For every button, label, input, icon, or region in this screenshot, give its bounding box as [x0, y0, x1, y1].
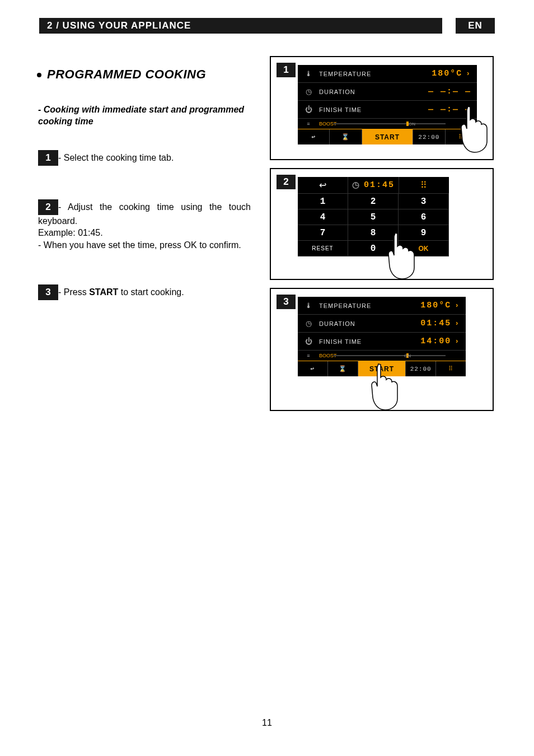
key-9[interactable]: 9: [399, 225, 449, 241]
row-duration[interactable]: ◷ DURATION — —:— —: [298, 83, 477, 101]
row-boost[interactable]: ≡ BOOST ON: [298, 119, 477, 129]
step-2-line1: - Adjust the cooking time using the touc…: [38, 202, 251, 226]
page-header: 2 / USING YOUR APPLIANCE: [39, 18, 442, 34]
keypad-time-display: ◷01:45: [348, 177, 399, 193]
grid-button-3[interactable]: ⠿: [436, 361, 466, 376]
step-2: 2- Adjust the cooking time using the tou…: [38, 199, 251, 251]
key-4[interactable]: 4: [298, 209, 348, 225]
key-ok[interactable]: OK: [399, 241, 449, 256]
step-1-text: - Select the cooking time tab.: [58, 153, 174, 162]
chevron-right-icon: ›: [466, 69, 471, 78]
step-3-post: to start cooking.: [118, 287, 184, 297]
subsection-heading: - Cooking with immediate start and progr…: [38, 104, 251, 128]
boost-slider-3[interactable]: [334, 355, 446, 356]
key-6[interactable]: 6: [399, 209, 449, 225]
finish-value: — —:— —: [428, 105, 471, 114]
power-icon: ⏻: [303, 337, 313, 346]
keypad-grid-button[interactable]: ⠿: [399, 177, 449, 193]
chevron-right-icon: ›: [455, 319, 460, 328]
power-icon: ⏻: [303, 105, 313, 114]
bullet-icon: [37, 73, 41, 77]
key-0[interactable]: 0: [348, 241, 399, 256]
step-badge-1: 1: [38, 150, 58, 166]
key-5[interactable]: 5: [348, 209, 399, 225]
boost-slider[interactable]: [334, 123, 446, 124]
step-badge-3: 3: [38, 284, 58, 300]
panel-3: 3 🌡 TEMPERATURE 180°C› ◷ DURATION 01:45›…: [270, 288, 494, 411]
instructions-column: PROGRAMMED COOKING - Cooking with immedi…: [38, 56, 251, 419]
panel-3-badge: 3: [277, 295, 296, 309]
finish-value-3: 14:00›: [420, 337, 460, 346]
back-button[interactable]: ↩: [298, 129, 330, 144]
clock-icon: ◷: [303, 87, 313, 96]
row-duration-3[interactable]: ◷ DURATION 01:45›: [298, 315, 466, 333]
chevron-right-icon: ›: [455, 301, 460, 310]
step-3-pre: - Press: [58, 287, 89, 297]
illustrations-column: 1 🌡 TEMPERATURE 180°C› ◷ DURATION — —:— …: [270, 56, 494, 419]
panel-2: 2 ↩ ◷01:45 ⠿ 1 2 3 4 5 6 7 8 9: [270, 168, 494, 280]
panel-2-badge: 2: [277, 175, 296, 189]
duration-value: — —:— —: [428, 87, 471, 96]
clock-icon: ◷: [352, 180, 360, 190]
chevron-right-icon: ›: [455, 337, 460, 346]
screen-3: 🌡 TEMPERATURE 180°C› ◷ DURATION 01:45› ⏻…: [298, 297, 466, 376]
key-7[interactable]: 7: [298, 225, 348, 241]
key-3[interactable]: 3: [399, 194, 449, 209]
row-temperature-3[interactable]: 🌡 TEMPERATURE 180°C›: [298, 297, 466, 315]
start-button-3[interactable]: START: [358, 361, 406, 376]
clock-display-3: 22:00: [406, 361, 436, 376]
start-button[interactable]: START: [362, 129, 413, 144]
step-3-bold: START: [89, 287, 118, 297]
temperature-value-3: 180°C›: [420, 301, 460, 310]
language-badge: EN: [456, 18, 495, 34]
page-number: 11: [0, 718, 534, 728]
keypad-back[interactable]: ↩: [298, 177, 348, 193]
key-8[interactable]: 8: [348, 225, 399, 241]
thermometer-icon: 🌡: [303, 69, 313, 78]
header-title: 2 / USING YOUR APPLIANCE: [47, 20, 191, 31]
step-3: 3- Press START to start cooking.: [38, 284, 251, 300]
grid-button[interactable]: ⠿: [446, 129, 477, 144]
timer-button-3[interactable]: ⌛: [328, 361, 358, 376]
row-finish-3[interactable]: ⏻ FINISH TIME 14:00›: [298, 333, 466, 351]
bars-icon: ≡: [303, 353, 313, 358]
timer-button[interactable]: ⌛: [330, 129, 362, 144]
step-2-line3: - When you have set the time, press OK t…: [38, 239, 251, 251]
step-1: 1- Select the cooking time tab.: [38, 150, 251, 166]
step-badge-2: 2: [38, 199, 58, 215]
bars-icon: ≡: [303, 121, 313, 127]
duration-value-3: 01:45›: [420, 319, 460, 328]
back-button-3[interactable]: ↩: [298, 361, 328, 376]
row-boost-3[interactable]: ≡ BOOST ON: [298, 351, 466, 361]
screen-1: 🌡 TEMPERATURE 180°C› ◷ DURATION — —:— — …: [298, 65, 477, 144]
toolbar-3: ↩ ⌛ START 22:00 ⠿: [298, 361, 466, 376]
clock-icon: ◷: [303, 319, 313, 328]
panel-1: 1 🌡 TEMPERATURE 180°C› ◷ DURATION — —:— …: [270, 56, 494, 160]
row-finish-time[interactable]: ⏻ FINISH TIME — —:— —: [298, 101, 477, 119]
key-2[interactable]: 2: [348, 194, 399, 209]
thermometer-icon: 🌡: [303, 301, 313, 310]
key-reset[interactable]: RESET: [298, 241, 348, 256]
toolbar-1: ↩ ⌛ START 22:00 ⠿: [298, 129, 477, 144]
temperature-value: 180°C›: [432, 69, 471, 78]
clock-display: 22:00: [413, 129, 445, 144]
step-2-line2: Example: 01:45.: [38, 227, 251, 239]
key-1[interactable]: 1: [298, 194, 348, 209]
row-temperature[interactable]: 🌡 TEMPERATURE 180°C›: [298, 65, 477, 83]
panel-1-badge: 1: [277, 63, 296, 77]
section-title: PROGRAMMED COOKING: [38, 67, 251, 82]
